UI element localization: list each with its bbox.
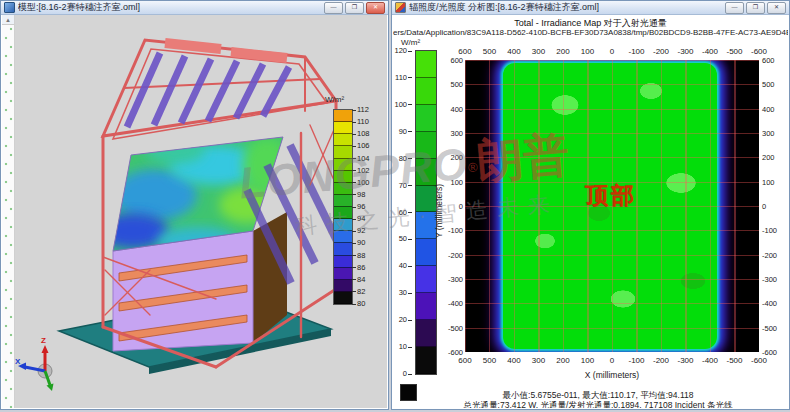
model-3d-scene: Z X (15, 15, 387, 408)
colorbar-segment (416, 212, 436, 239)
irradiance-window-title: 辐照度/光照度 分析图:[8.16-2赛特穗注齐室.oml] (409, 1, 599, 14)
colorbar-segment (334, 171, 352, 183)
colorbar-segment (416, 266, 436, 293)
close-button[interactable]: ✕ (366, 2, 385, 14)
colorbar-segment (416, 105, 436, 132)
colorbar-segment (334, 207, 352, 219)
collapse-arrow-icon[interactable]: ▴ (2, 15, 14, 25)
y-tick-label: 100 (443, 178, 463, 187)
colorbar-segment (334, 110, 352, 122)
colorbar-segment (416, 320, 436, 347)
minimize-button[interactable]: — (324, 2, 343, 14)
y-tick-label: 500 (762, 80, 786, 89)
colorbar-segment (416, 132, 436, 159)
x-tick-label: 400 (507, 356, 520, 365)
colorbar-tick-label: 100 (393, 100, 412, 109)
y-tick-label: 200 (762, 153, 786, 162)
y-tick-label: -100 (443, 226, 463, 235)
colorbar-tick-label: 10 (393, 342, 412, 351)
colorbar-segment (334, 231, 352, 243)
model-3d-viewport[interactable]: Z X W/m² 1121101081061041021009896949290… (15, 15, 387, 408)
x-tick-label: 200 (556, 47, 569, 56)
y-axis-title: Y (millimeters) (434, 184, 444, 238)
y-tick-label: 400 (762, 105, 786, 114)
colorbar-tick-label: 0 (393, 369, 412, 378)
y-tick-label: 0 (762, 202, 786, 211)
irradiance-window: 辐照度/光照度 分析图:[8.16-2赛特穗注齐室.oml] — ❐ ✕ Tot… (391, 0, 790, 410)
x-tick-label: -500 (726, 47, 742, 56)
colorbar-segment (416, 347, 436, 374)
model-window-titlebar[interactable]: 模型:[8.16-2赛特穗注齐室.oml] — ❐ ✕ (1, 1, 388, 15)
x-tick-label: -100 (628, 47, 644, 56)
colorbar-tick-label: 30 (393, 288, 412, 297)
left-colorbar-bar (333, 109, 353, 305)
irradiance-window-titlebar[interactable]: 辐照度/光照度 分析图:[8.16-2赛特穗注齐室.oml] — ❐ ✕ (392, 1, 789, 15)
axis-triad: Z X (15, 336, 54, 391)
x-tick-label: -400 (702, 47, 718, 56)
maximize-button[interactable]: ❐ (746, 2, 765, 14)
y-tick-label: -400 (443, 299, 463, 308)
colorbar-segment (334, 146, 352, 158)
irradiance-window-icon (395, 2, 406, 13)
y-tick-label: -600 (443, 348, 463, 357)
colorbar-segment (416, 239, 436, 266)
colorbar-tick-label: 40 (393, 261, 412, 270)
minimize-button[interactable]: — (725, 2, 744, 14)
model-tree-strip[interactable]: ▴ (2, 15, 15, 408)
colorbar-tick-label: 120 (393, 46, 412, 55)
x-tick-label: 0 (610, 47, 614, 56)
colorbar-tick-label: 60 (393, 208, 412, 217)
y-tick-label: 300 (443, 129, 463, 138)
colorbar-tick-label: 80 (393, 154, 412, 163)
colorbar-tick-label: 20 (393, 315, 412, 324)
right-colorbar-unit: W/m² (401, 38, 420, 47)
x-tick-label: -200 (653, 47, 669, 56)
x-tick-label: -200 (653, 356, 669, 365)
x-tick-label: 100 (581, 356, 594, 365)
y-tick-label: -200 (443, 251, 463, 260)
colorbar-tick-label: 70 (393, 181, 412, 190)
irradiance-map-panel: Total - Irradiance Map 对于入射光通量 ers/Data/… (393, 15, 788, 408)
axis-z-label: Z (41, 336, 46, 345)
y-tick-label: 400 (443, 105, 463, 114)
model-window-controls: — ❐ ✕ (324, 2, 385, 14)
y-tick-label: 100 (762, 178, 786, 187)
y-tick-label: -300 (443, 275, 463, 284)
x-tick-label: 300 (532, 356, 545, 365)
irradiance-window-controls: — ❐ ✕ (725, 2, 786, 14)
x-tick-label: -500 (726, 356, 742, 365)
x-tick-label: -400 (702, 356, 718, 365)
colorbar-segment (334, 268, 352, 280)
y-tick-label: -500 (443, 324, 463, 333)
colorbar-segment (416, 293, 436, 320)
close-button[interactable]: ✕ (767, 2, 786, 14)
x-tick-label: -300 (677, 47, 693, 56)
colorbar-segment (334, 195, 352, 207)
y-tick-label: 0 (443, 202, 463, 211)
colorbar-segment (334, 159, 352, 171)
x-tick-label: 600 (458, 356, 471, 365)
roof-lamps (127, 53, 289, 127)
y-tick-label: -300 (762, 275, 786, 284)
model-window-icon (4, 2, 15, 13)
device-box (113, 231, 253, 351)
x-tick-label: 400 (507, 47, 520, 56)
axis-x-label: X (15, 357, 21, 366)
restore-button[interactable]: ❐ (345, 2, 364, 14)
colorbar-segment (334, 243, 352, 255)
colorbar-segment (334, 292, 352, 304)
x-tick-label: 600 (458, 47, 471, 56)
y-tick-label: 500 (443, 80, 463, 89)
colorbar-segment (416, 78, 436, 105)
colorbar-segment (334, 280, 352, 292)
colorbar-segment (416, 51, 436, 78)
model-window-title: 模型:[8.16-2赛特穗注齐室.oml] (18, 1, 140, 14)
x-tick-label: 500 (483, 356, 496, 365)
x-tick-label: 500 (483, 47, 496, 56)
x-tick-label: -600 (751, 47, 767, 56)
y-tick-label: -400 (762, 299, 786, 308)
stats-line-2: 总光通量:73.412 W, 光通量/发射光通量:0.1894, 717108 … (433, 400, 763, 408)
irradiance-plot[interactable]: 顶部 (465, 60, 759, 352)
y-tick-label: 600 (762, 56, 786, 65)
colorbar-segment (416, 159, 436, 186)
